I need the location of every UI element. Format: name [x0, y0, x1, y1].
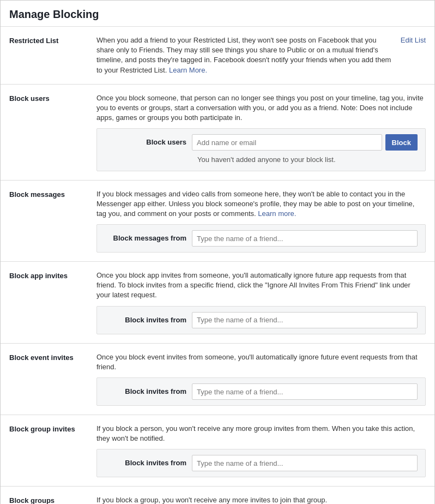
block-messages-input-row: Block messages from [105, 230, 418, 247]
block-event-invites-label: Block event invites [9, 352, 96, 406]
restricted-list-desc-text: When you add a friend to your Restricted… [96, 36, 391, 74]
block-group-invites-content: If you block a person, you won't receive… [96, 424, 426, 477]
block-users-input-box: Block users Block You haven't added anyo… [96, 128, 426, 171]
page-title: Manage Blocking [9, 8, 426, 21]
block-groups-section: Block groups If you block a group, you w… [1, 487, 434, 504]
block-users-label: Block users [9, 93, 96, 171]
page-header: Manage Blocking [1, 1, 434, 27]
restricted-list-header: When you add a friend to your Restricted… [96, 35, 426, 75]
block-app-invites-input[interactable] [192, 312, 418, 328]
block-app-invites-input-box: Block invites from [96, 306, 426, 334]
block-group-invites-input[interactable] [192, 455, 418, 471]
block-users-empty-message: You haven't added anyone to your block l… [197, 155, 418, 165]
block-messages-input-box: Block messages from [96, 224, 426, 253]
block-group-invites-section: Block group invites If you block a perso… [1, 415, 434, 487]
manage-blocking-page: Manage Blocking Restricted List When you… [0, 0, 435, 504]
restricted-list-content: When you add a friend to your Restricted… [96, 35, 426, 75]
block-messages-description: If you block messages and video calls fr… [96, 189, 426, 219]
block-app-invites-description: Once you block app invites from someone,… [96, 271, 426, 301]
restricted-list-section: Restricted List When you add a friend to… [1, 27, 434, 85]
block-users-content: Once you block someone, that person can … [96, 93, 426, 171]
block-messages-input-label: Block messages from [105, 233, 192, 243]
block-messages-learn-more[interactable]: Learn more. [258, 209, 296, 218]
block-groups-description: If you block a group, you won't receive … [96, 495, 426, 504]
block-event-invites-input-row: Block invites from [105, 383, 418, 400]
block-event-invites-section: Block event invites Once you block event… [1, 344, 434, 415]
block-group-invites-input-label: Block invites from [105, 458, 192, 468]
block-app-invites-label: Block app invites [9, 271, 96, 334]
block-users-input-row: Block users Block [105, 134, 418, 151]
block-group-invites-label: Block group invites [9, 424, 96, 477]
block-event-invites-input[interactable] [192, 383, 418, 400]
block-users-input-label: Block users [105, 137, 192, 147]
block-messages-desc-text: If you block messages and video calls fr… [96, 190, 414, 218]
block-groups-content: If you block a group, you won't receive … [96, 495, 426, 504]
block-event-invites-input-box: Block invites from [96, 377, 426, 406]
block-groups-label: Block groups [9, 495, 96, 504]
restricted-list-description: When you add a friend to your Restricted… [96, 35, 395, 75]
block-app-invites-input-label: Block invites from [105, 315, 192, 325]
block-messages-section: Block messages If you block messages and… [1, 181, 434, 262]
block-users-button[interactable]: Block [385, 134, 418, 151]
edit-list-link[interactable]: Edit List [401, 35, 426, 45]
restricted-list-label: Restricted List [9, 35, 96, 75]
block-users-input[interactable] [192, 134, 382, 151]
block-messages-label: Block messages [9, 189, 96, 253]
block-users-section: Block users Once you block someone, that… [1, 85, 434, 181]
block-event-invites-input-label: Block invites from [105, 387, 192, 397]
block-event-invites-content: Once you block event invites from someon… [96, 352, 426, 406]
block-group-invites-input-row: Block invites from [105, 455, 418, 471]
block-messages-input[interactable] [192, 230, 418, 247]
block-users-description: Once you block someone, that person can … [96, 93, 426, 123]
block-event-invites-description: Once you block event invites from someon… [96, 352, 426, 372]
block-app-invites-input-row: Block invites from [105, 312, 418, 328]
block-messages-content: If you block messages and video calls fr… [96, 189, 426, 253]
block-group-invites-input-box: Block invites from [96, 449, 426, 477]
block-app-invites-section: Block app invites Once you block app inv… [1, 262, 434, 344]
restricted-list-learn-more[interactable]: Learn More. [169, 66, 207, 74]
block-group-invites-description: If you block a person, you won't receive… [96, 424, 426, 443]
block-app-invites-content: Once you block app invites from someone,… [96, 271, 426, 334]
